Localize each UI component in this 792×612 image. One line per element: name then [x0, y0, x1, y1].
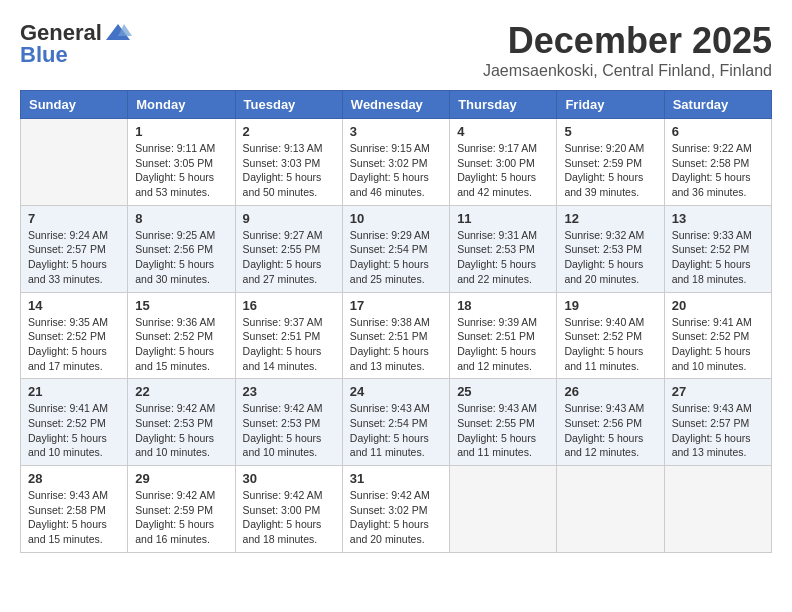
- day-number: 28: [28, 471, 120, 486]
- calendar-cell: 7Sunrise: 9:24 AM Sunset: 2:57 PM Daylig…: [21, 205, 128, 292]
- calendar-cell: 13Sunrise: 9:33 AM Sunset: 2:52 PM Dayli…: [664, 205, 771, 292]
- calendar-cell: 22Sunrise: 9:42 AM Sunset: 2:53 PM Dayli…: [128, 379, 235, 466]
- calendar-cell: [664, 466, 771, 553]
- calendar-cell: 25Sunrise: 9:43 AM Sunset: 2:55 PM Dayli…: [450, 379, 557, 466]
- calendar-cell: 19Sunrise: 9:40 AM Sunset: 2:52 PM Dayli…: [557, 292, 664, 379]
- day-number: 15: [135, 298, 227, 313]
- day-info: Sunrise: 9:17 AM Sunset: 3:00 PM Dayligh…: [457, 141, 549, 200]
- day-number: 7: [28, 211, 120, 226]
- day-number: 6: [672, 124, 764, 139]
- day-info: Sunrise: 9:25 AM Sunset: 2:56 PM Dayligh…: [135, 228, 227, 287]
- calendar-cell: 20Sunrise: 9:41 AM Sunset: 2:52 PM Dayli…: [664, 292, 771, 379]
- calendar-week-row: 14Sunrise: 9:35 AM Sunset: 2:52 PM Dayli…: [21, 292, 772, 379]
- calendar-cell: 17Sunrise: 9:38 AM Sunset: 2:51 PM Dayli…: [342, 292, 449, 379]
- calendar-cell: 15Sunrise: 9:36 AM Sunset: 2:52 PM Dayli…: [128, 292, 235, 379]
- day-number: 12: [564, 211, 656, 226]
- day-info: Sunrise: 9:27 AM Sunset: 2:55 PM Dayligh…: [243, 228, 335, 287]
- calendar-cell: 11Sunrise: 9:31 AM Sunset: 2:53 PM Dayli…: [450, 205, 557, 292]
- day-number: 20: [672, 298, 764, 313]
- calendar-cell: 31Sunrise: 9:42 AM Sunset: 3:02 PM Dayli…: [342, 466, 449, 553]
- day-number: 1: [135, 124, 227, 139]
- weekday-header-thursday: Thursday: [450, 91, 557, 119]
- title-block: December 2025 Jaemsaenkoski, Central Fin…: [483, 20, 772, 80]
- weekday-header-friday: Friday: [557, 91, 664, 119]
- day-number: 18: [457, 298, 549, 313]
- day-info: Sunrise: 9:43 AM Sunset: 2:54 PM Dayligh…: [350, 401, 442, 460]
- calendar-cell: 30Sunrise: 9:42 AM Sunset: 3:00 PM Dayli…: [235, 466, 342, 553]
- day-number: 19: [564, 298, 656, 313]
- calendar-cell: 1Sunrise: 9:11 AM Sunset: 3:05 PM Daylig…: [128, 119, 235, 206]
- calendar-cell: 26Sunrise: 9:43 AM Sunset: 2:56 PM Dayli…: [557, 379, 664, 466]
- calendar-cell: 5Sunrise: 9:20 AM Sunset: 2:59 PM Daylig…: [557, 119, 664, 206]
- day-info: Sunrise: 9:35 AM Sunset: 2:52 PM Dayligh…: [28, 315, 120, 374]
- day-info: Sunrise: 9:40 AM Sunset: 2:52 PM Dayligh…: [564, 315, 656, 374]
- day-info: Sunrise: 9:38 AM Sunset: 2:51 PM Dayligh…: [350, 315, 442, 374]
- calendar-cell: 16Sunrise: 9:37 AM Sunset: 2:51 PM Dayli…: [235, 292, 342, 379]
- day-info: Sunrise: 9:42 AM Sunset: 3:00 PM Dayligh…: [243, 488, 335, 547]
- weekday-header-wednesday: Wednesday: [342, 91, 449, 119]
- day-info: Sunrise: 9:39 AM Sunset: 2:51 PM Dayligh…: [457, 315, 549, 374]
- calendar-cell: 14Sunrise: 9:35 AM Sunset: 2:52 PM Dayli…: [21, 292, 128, 379]
- weekday-header-row: SundayMondayTuesdayWednesdayThursdayFrid…: [21, 91, 772, 119]
- calendar-cell: 27Sunrise: 9:43 AM Sunset: 2:57 PM Dayli…: [664, 379, 771, 466]
- day-number: 27: [672, 384, 764, 399]
- location-title: Jaemsaenkoski, Central Finland, Finland: [483, 62, 772, 80]
- calendar-cell: 4Sunrise: 9:17 AM Sunset: 3:00 PM Daylig…: [450, 119, 557, 206]
- day-info: Sunrise: 9:37 AM Sunset: 2:51 PM Dayligh…: [243, 315, 335, 374]
- day-info: Sunrise: 9:42 AM Sunset: 3:02 PM Dayligh…: [350, 488, 442, 547]
- day-info: Sunrise: 9:33 AM Sunset: 2:52 PM Dayligh…: [672, 228, 764, 287]
- calendar-week-row: 1Sunrise: 9:11 AM Sunset: 3:05 PM Daylig…: [21, 119, 772, 206]
- calendar-cell: 28Sunrise: 9:43 AM Sunset: 2:58 PM Dayli…: [21, 466, 128, 553]
- calendar-cell: 3Sunrise: 9:15 AM Sunset: 3:02 PM Daylig…: [342, 119, 449, 206]
- calendar-cell: 29Sunrise: 9:42 AM Sunset: 2:59 PM Dayli…: [128, 466, 235, 553]
- calendar-cell: 9Sunrise: 9:27 AM Sunset: 2:55 PM Daylig…: [235, 205, 342, 292]
- day-number: 8: [135, 211, 227, 226]
- day-info: Sunrise: 9:13 AM Sunset: 3:03 PM Dayligh…: [243, 141, 335, 200]
- logo-blue-text: Blue: [20, 42, 68, 68]
- day-info: Sunrise: 9:42 AM Sunset: 2:59 PM Dayligh…: [135, 488, 227, 547]
- day-number: 30: [243, 471, 335, 486]
- logo-icon: [104, 22, 132, 44]
- calendar-cell: 23Sunrise: 9:42 AM Sunset: 2:53 PM Dayli…: [235, 379, 342, 466]
- day-info: Sunrise: 9:29 AM Sunset: 2:54 PM Dayligh…: [350, 228, 442, 287]
- calendar-cell: 10Sunrise: 9:29 AM Sunset: 2:54 PM Dayli…: [342, 205, 449, 292]
- day-number: 5: [564, 124, 656, 139]
- day-info: Sunrise: 9:43 AM Sunset: 2:55 PM Dayligh…: [457, 401, 549, 460]
- day-info: Sunrise: 9:36 AM Sunset: 2:52 PM Dayligh…: [135, 315, 227, 374]
- day-number: 3: [350, 124, 442, 139]
- day-number: 26: [564, 384, 656, 399]
- day-number: 29: [135, 471, 227, 486]
- day-number: 31: [350, 471, 442, 486]
- weekday-header-saturday: Saturday: [664, 91, 771, 119]
- month-title: December 2025: [483, 20, 772, 62]
- day-number: 2: [243, 124, 335, 139]
- day-number: 11: [457, 211, 549, 226]
- day-number: 16: [243, 298, 335, 313]
- day-number: 21: [28, 384, 120, 399]
- day-info: Sunrise: 9:32 AM Sunset: 2:53 PM Dayligh…: [564, 228, 656, 287]
- day-number: 4: [457, 124, 549, 139]
- weekday-header-monday: Monday: [128, 91, 235, 119]
- calendar-week-row: 21Sunrise: 9:41 AM Sunset: 2:52 PM Dayli…: [21, 379, 772, 466]
- calendar-cell: [557, 466, 664, 553]
- day-info: Sunrise: 9:42 AM Sunset: 2:53 PM Dayligh…: [135, 401, 227, 460]
- day-number: 13: [672, 211, 764, 226]
- calendar-cell: [21, 119, 128, 206]
- day-number: 25: [457, 384, 549, 399]
- day-info: Sunrise: 9:22 AM Sunset: 2:58 PM Dayligh…: [672, 141, 764, 200]
- day-number: 24: [350, 384, 442, 399]
- calendar-cell: 6Sunrise: 9:22 AM Sunset: 2:58 PM Daylig…: [664, 119, 771, 206]
- calendar-cell: [450, 466, 557, 553]
- calendar-cell: 12Sunrise: 9:32 AM Sunset: 2:53 PM Dayli…: [557, 205, 664, 292]
- day-info: Sunrise: 9:43 AM Sunset: 2:58 PM Dayligh…: [28, 488, 120, 547]
- day-info: Sunrise: 9:15 AM Sunset: 3:02 PM Dayligh…: [350, 141, 442, 200]
- calendar-cell: 2Sunrise: 9:13 AM Sunset: 3:03 PM Daylig…: [235, 119, 342, 206]
- day-info: Sunrise: 9:31 AM Sunset: 2:53 PM Dayligh…: [457, 228, 549, 287]
- weekday-header-sunday: Sunday: [21, 91, 128, 119]
- calendar-week-row: 28Sunrise: 9:43 AM Sunset: 2:58 PM Dayli…: [21, 466, 772, 553]
- calendar-table: SundayMondayTuesdayWednesdayThursdayFrid…: [20, 90, 772, 553]
- calendar-cell: 18Sunrise: 9:39 AM Sunset: 2:51 PM Dayli…: [450, 292, 557, 379]
- page-header: General Blue December 2025 Jaemsaenkoski…: [20, 20, 772, 80]
- day-info: Sunrise: 9:41 AM Sunset: 2:52 PM Dayligh…: [672, 315, 764, 374]
- day-number: 14: [28, 298, 120, 313]
